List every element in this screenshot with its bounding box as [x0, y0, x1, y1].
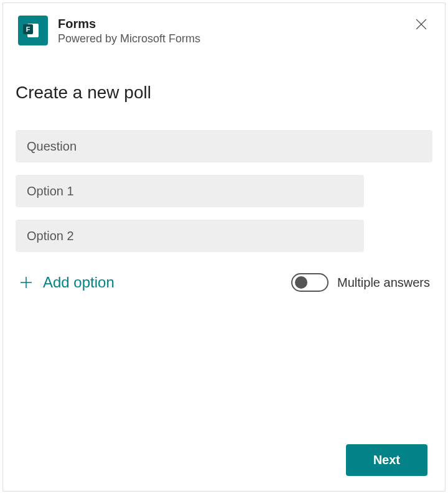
- multiple-answers-label: Multiple answers: [337, 276, 430, 290]
- app-title: Forms: [58, 17, 403, 31]
- option-1-input[interactable]: [16, 175, 364, 207]
- toggle-knob: [295, 276, 307, 289]
- question-row: [16, 130, 432, 162]
- option-row: [16, 220, 432, 252]
- plus-icon: [18, 274, 34, 291]
- controls-row: Add option Multiple answers: [16, 273, 432, 292]
- forms-icon-letter: F: [23, 24, 33, 34]
- close-icon: [416, 19, 427, 30]
- forms-dialog: F Forms Powered by Microsoft Forms Creat…: [2, 2, 446, 492]
- next-button[interactable]: Next: [346, 444, 427, 476]
- dialog-header: F Forms Powered by Microsoft Forms: [3, 3, 445, 45]
- forms-app-icon: F: [18, 16, 48, 45]
- question-input[interactable]: [16, 130, 432, 162]
- dialog-footer: Next: [3, 432, 445, 491]
- add-option-button[interactable]: Add option: [18, 274, 114, 291]
- multiple-answers-group: Multiple answers: [291, 273, 430, 292]
- option-2-input[interactable]: [16, 220, 364, 252]
- dialog-body: Create a new poll Add option: [3, 45, 445, 432]
- add-option-label: Add option: [43, 274, 114, 291]
- app-subtitle: Powered by Microsoft Forms: [58, 32, 403, 45]
- header-text: Forms Powered by Microsoft Forms: [58, 16, 403, 45]
- multiple-answers-toggle[interactable]: [291, 273, 329, 292]
- close-button[interactable]: [413, 16, 430, 33]
- option-row: [16, 175, 432, 207]
- page-title: Create a new poll: [16, 83, 432, 103]
